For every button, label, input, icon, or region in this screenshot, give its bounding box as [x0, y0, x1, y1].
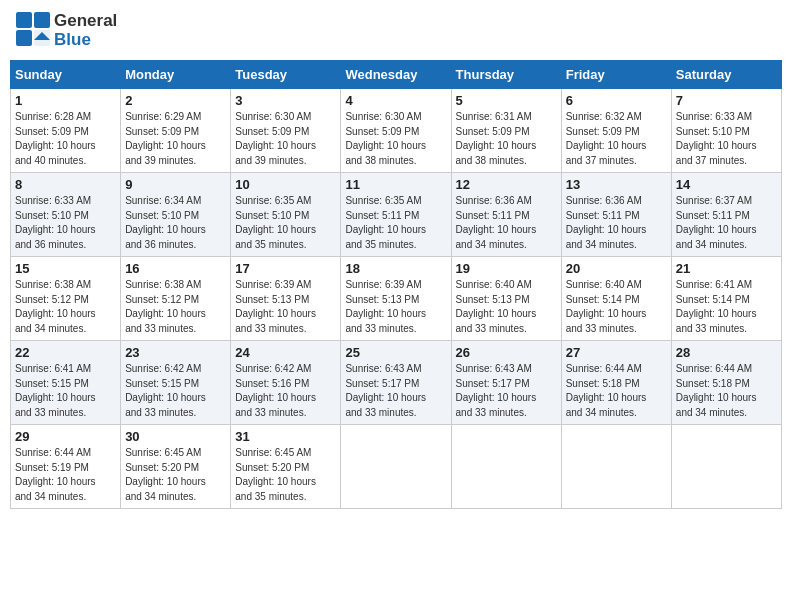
day-number: 5	[456, 93, 557, 108]
day-info: Sunrise: 6:33 AM Sunset: 5:10 PM Dayligh…	[676, 110, 777, 168]
calendar-week-row: 15Sunrise: 6:38 AM Sunset: 5:12 PM Dayli…	[11, 257, 782, 341]
day-number: 14	[676, 177, 777, 192]
weekday-header: Thursday	[451, 61, 561, 89]
day-number: 23	[125, 345, 226, 360]
weekday-header: Saturday	[671, 61, 781, 89]
calendar-day-cell: 21Sunrise: 6:41 AM Sunset: 5:14 PM Dayli…	[671, 257, 781, 341]
day-number: 17	[235, 261, 336, 276]
weekday-header: Tuesday	[231, 61, 341, 89]
day-info: Sunrise: 6:31 AM Sunset: 5:09 PM Dayligh…	[456, 110, 557, 168]
day-number: 22	[15, 345, 116, 360]
calendar-day-cell: 8Sunrise: 6:33 AM Sunset: 5:10 PM Daylig…	[11, 173, 121, 257]
calendar-day-cell: 19Sunrise: 6:40 AM Sunset: 5:13 PM Dayli…	[451, 257, 561, 341]
day-number: 30	[125, 429, 226, 444]
calendar-day-cell: 10Sunrise: 6:35 AM Sunset: 5:10 PM Dayli…	[231, 173, 341, 257]
day-number: 16	[125, 261, 226, 276]
calendar-day-cell: 11Sunrise: 6:35 AM Sunset: 5:11 PM Dayli…	[341, 173, 451, 257]
day-info: Sunrise: 6:39 AM Sunset: 5:13 PM Dayligh…	[345, 278, 446, 336]
day-number: 25	[345, 345, 446, 360]
calendar-body: 1Sunrise: 6:28 AM Sunset: 5:09 PM Daylig…	[11, 89, 782, 509]
weekday-header: Wednesday	[341, 61, 451, 89]
day-number: 13	[566, 177, 667, 192]
day-number: 15	[15, 261, 116, 276]
day-info: Sunrise: 6:44 AM Sunset: 5:18 PM Dayligh…	[676, 362, 777, 420]
calendar-day-cell: 27Sunrise: 6:44 AM Sunset: 5:18 PM Dayli…	[561, 341, 671, 425]
day-number: 26	[456, 345, 557, 360]
svg-rect-2	[16, 30, 32, 46]
calendar-day-cell: 25Sunrise: 6:43 AM Sunset: 5:17 PM Dayli…	[341, 341, 451, 425]
calendar-table: SundayMondayTuesdayWednesdayThursdayFrid…	[10, 60, 782, 509]
calendar-day-cell: 20Sunrise: 6:40 AM Sunset: 5:14 PM Dayli…	[561, 257, 671, 341]
logo: General Blue	[14, 10, 117, 52]
calendar-day-cell: 24Sunrise: 6:42 AM Sunset: 5:16 PM Dayli…	[231, 341, 341, 425]
calendar-day-cell: 12Sunrise: 6:36 AM Sunset: 5:11 PM Dayli…	[451, 173, 561, 257]
calendar-day-cell	[451, 425, 561, 509]
day-number: 27	[566, 345, 667, 360]
day-info: Sunrise: 6:42 AM Sunset: 5:16 PM Dayligh…	[235, 362, 336, 420]
day-info: Sunrise: 6:30 AM Sunset: 5:09 PM Dayligh…	[235, 110, 336, 168]
calendar-day-cell: 7Sunrise: 6:33 AM Sunset: 5:10 PM Daylig…	[671, 89, 781, 173]
calendar-day-cell: 17Sunrise: 6:39 AM Sunset: 5:13 PM Dayli…	[231, 257, 341, 341]
day-info: Sunrise: 6:45 AM Sunset: 5:20 PM Dayligh…	[235, 446, 336, 504]
svg-rect-1	[34, 12, 50, 28]
day-number: 6	[566, 93, 667, 108]
day-info: Sunrise: 6:39 AM Sunset: 5:13 PM Dayligh…	[235, 278, 336, 336]
day-info: Sunrise: 6:38 AM Sunset: 5:12 PM Dayligh…	[125, 278, 226, 336]
calendar-header: SundayMondayTuesdayWednesdayThursdayFrid…	[11, 61, 782, 89]
svg-rect-0	[16, 12, 32, 28]
day-info: Sunrise: 6:29 AM Sunset: 5:09 PM Dayligh…	[125, 110, 226, 168]
weekday-header: Sunday	[11, 61, 121, 89]
calendar-day-cell: 15Sunrise: 6:38 AM Sunset: 5:12 PM Dayli…	[11, 257, 121, 341]
day-info: Sunrise: 6:40 AM Sunset: 5:13 PM Dayligh…	[456, 278, 557, 336]
day-number: 1	[15, 93, 116, 108]
calendar-day-cell: 9Sunrise: 6:34 AM Sunset: 5:10 PM Daylig…	[121, 173, 231, 257]
calendar-day-cell	[671, 425, 781, 509]
day-number: 21	[676, 261, 777, 276]
calendar-day-cell: 23Sunrise: 6:42 AM Sunset: 5:15 PM Dayli…	[121, 341, 231, 425]
calendar-day-cell: 6Sunrise: 6:32 AM Sunset: 5:09 PM Daylig…	[561, 89, 671, 173]
day-info: Sunrise: 6:30 AM Sunset: 5:09 PM Dayligh…	[345, 110, 446, 168]
calendar-day-cell: 22Sunrise: 6:41 AM Sunset: 5:15 PM Dayli…	[11, 341, 121, 425]
weekday-header-row: SundayMondayTuesdayWednesdayThursdayFrid…	[11, 61, 782, 89]
day-info: Sunrise: 6:36 AM Sunset: 5:11 PM Dayligh…	[456, 194, 557, 252]
calendar-day-cell: 13Sunrise: 6:36 AM Sunset: 5:11 PM Dayli…	[561, 173, 671, 257]
day-number: 24	[235, 345, 336, 360]
logo-blue: Blue	[54, 31, 117, 50]
day-number: 7	[676, 93, 777, 108]
day-info: Sunrise: 6:34 AM Sunset: 5:10 PM Dayligh…	[125, 194, 226, 252]
day-info: Sunrise: 6:28 AM Sunset: 5:09 PM Dayligh…	[15, 110, 116, 168]
day-number: 4	[345, 93, 446, 108]
day-info: Sunrise: 6:45 AM Sunset: 5:20 PM Dayligh…	[125, 446, 226, 504]
day-info: Sunrise: 6:44 AM Sunset: 5:19 PM Dayligh…	[15, 446, 116, 504]
day-info: Sunrise: 6:41 AM Sunset: 5:14 PM Dayligh…	[676, 278, 777, 336]
calendar-day-cell	[341, 425, 451, 509]
day-number: 28	[676, 345, 777, 360]
day-number: 20	[566, 261, 667, 276]
calendar-day-cell: 14Sunrise: 6:37 AM Sunset: 5:11 PM Dayli…	[671, 173, 781, 257]
calendar-day-cell: 3Sunrise: 6:30 AM Sunset: 5:09 PM Daylig…	[231, 89, 341, 173]
day-number: 8	[15, 177, 116, 192]
calendar-week-row: 22Sunrise: 6:41 AM Sunset: 5:15 PM Dayli…	[11, 341, 782, 425]
day-info: Sunrise: 6:35 AM Sunset: 5:11 PM Dayligh…	[345, 194, 446, 252]
calendar-day-cell	[561, 425, 671, 509]
calendar-day-cell: 30Sunrise: 6:45 AM Sunset: 5:20 PM Dayli…	[121, 425, 231, 509]
calendar-day-cell: 18Sunrise: 6:39 AM Sunset: 5:13 PM Dayli…	[341, 257, 451, 341]
logo-icon	[14, 10, 52, 48]
calendar-week-row: 8Sunrise: 6:33 AM Sunset: 5:10 PM Daylig…	[11, 173, 782, 257]
day-info: Sunrise: 6:32 AM Sunset: 5:09 PM Dayligh…	[566, 110, 667, 168]
day-info: Sunrise: 6:36 AM Sunset: 5:11 PM Dayligh…	[566, 194, 667, 252]
day-info: Sunrise: 6:41 AM Sunset: 5:15 PM Dayligh…	[15, 362, 116, 420]
calendar-day-cell: 4Sunrise: 6:30 AM Sunset: 5:09 PM Daylig…	[341, 89, 451, 173]
day-number: 11	[345, 177, 446, 192]
weekday-header: Friday	[561, 61, 671, 89]
day-number: 19	[456, 261, 557, 276]
day-number: 12	[456, 177, 557, 192]
calendar-day-cell: 26Sunrise: 6:43 AM Sunset: 5:17 PM Dayli…	[451, 341, 561, 425]
calendar-day-cell: 16Sunrise: 6:38 AM Sunset: 5:12 PM Dayli…	[121, 257, 231, 341]
day-info: Sunrise: 6:44 AM Sunset: 5:18 PM Dayligh…	[566, 362, 667, 420]
calendar-day-cell: 2Sunrise: 6:29 AM Sunset: 5:09 PM Daylig…	[121, 89, 231, 173]
calendar-week-row: 29Sunrise: 6:44 AM Sunset: 5:19 PM Dayli…	[11, 425, 782, 509]
day-info: Sunrise: 6:43 AM Sunset: 5:17 PM Dayligh…	[345, 362, 446, 420]
calendar-day-cell: 28Sunrise: 6:44 AM Sunset: 5:18 PM Dayli…	[671, 341, 781, 425]
day-number: 2	[125, 93, 226, 108]
